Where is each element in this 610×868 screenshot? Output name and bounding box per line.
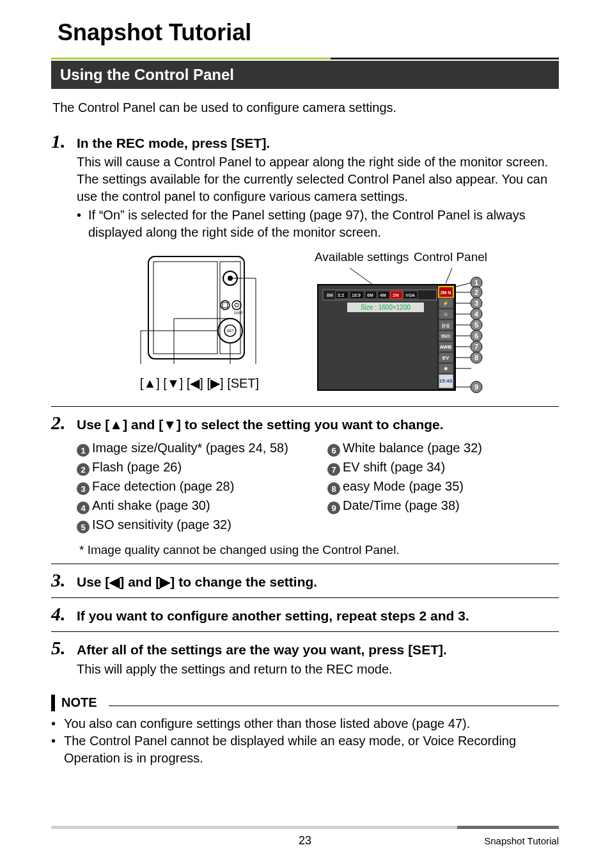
svg-text:15:43: 15:43 [439,378,453,384]
step-body: This will apply the settings and return … [77,661,559,678]
step-bullet: •If “On” is selected for the Panel setti… [77,207,559,241]
camera-diagram: DISP SET [▲ [116,250,283,400]
page-number: 23 [299,834,311,848]
svg-text:6M: 6M [367,293,373,297]
svg-rect-23 [318,285,455,390]
step-number: 3. [51,569,69,591]
svg-text:5: 5 [474,321,478,329]
step-body: This will cause a Control Panel to appea… [77,154,559,205]
available-settings-label: Available settings [315,250,409,264]
svg-text:3:2: 3:2 [338,293,344,297]
step-number: 4. [51,603,69,625]
note-bar-icon [51,695,55,711]
step-number: 1. [51,130,69,152]
svg-text:DISP: DISP [234,311,243,315]
step-heading: Use [▲] and [▼] to select the setting yo… [77,416,444,434]
svg-text:EV: EV [442,355,450,361]
step-1: 1. In the REC mode, press [SET]. This wi… [51,130,559,400]
step-2: 2. Use [▲] and [▼] to select the setting… [51,412,559,556]
step-5: 5. After all of the settings are the way… [51,637,559,677]
svg-text:2M: 2M [393,293,399,297]
setting-item: Date/Time (page 38) [343,498,460,512]
svg-text:7: 7 [474,343,478,351]
footer-section: Snapshot Tutorial [484,835,559,846]
svg-line-22 [446,268,452,283]
settings-col-left: 1Image size/Quality* (pages 24, 58) 2Fla… [77,438,308,534]
svg-point-7 [232,301,241,310]
setting-item: ISO sensitivity (page 32) [92,517,231,532]
svg-rect-6 [223,303,228,308]
svg-text:3: 3 [474,299,478,307]
screen-diagram: Available settings Control Panel 8M [308,250,494,400]
section-header: Using the Control Panel [51,61,559,89]
step-4: 4. If you want to configure another sett… [51,603,559,625]
intro-text: The Control Panel can be used to configu… [52,99,559,116]
step-3: 3. Use [◀] and [▶] to change the setting… [51,569,559,591]
setting-item: Image size/Quality* (pages 24, 58) [92,441,288,455]
svg-text:VGA: VGA [405,293,415,297]
svg-line-58 [454,283,471,287]
step-heading: Use [◀] and [▶] to change the setting. [77,573,317,591]
svg-text:16:9: 16:9 [352,293,361,297]
svg-point-5 [221,301,230,310]
svg-text:⚡: ⚡ [442,300,449,306]
svg-point-8 [235,303,239,307]
svg-text:SET: SET [226,329,234,333]
setting-item: White balance (page 32) [343,441,482,455]
setting-item: easy Mode (page 35) [343,479,464,493]
svg-text:4: 4 [474,310,479,318]
setting-item: EV shift (page 34) [343,460,445,474]
svg-text:1: 1 [474,279,478,287]
screen-size-text: Size : 1600×1200 [361,304,411,311]
note-block: NOTE •You also can configure settings ot… [51,695,559,767]
step-bullet-text: If “On” is selected for the Panel settin… [88,207,559,241]
setting-item: Anti shake (page 30) [92,498,210,512]
svg-text:4M: 4M [380,293,386,297]
page-title: Snapshot Tutorial [58,19,559,46]
svg-text:6: 6 [474,332,478,340]
setting-item: Face detection (page 28) [92,479,234,493]
svg-text:☺: ☺ [443,312,448,317]
step-number: 5. [51,637,69,659]
svg-rect-1 [153,262,217,354]
svg-text:✳: ✳ [444,366,448,372]
key-label: [▲] [▼] [◀] [▶] [SET] [116,375,283,391]
footnote: * Image quality cannot be changed using … [79,543,559,557]
step-number: 2. [51,412,69,434]
accent-divider [51,58,559,59]
step-heading: In the REC mode, press [SET]. [77,134,270,152]
svg-text:AWB: AWB [440,344,452,350]
setting-item: Flash (page 26) [92,460,182,474]
note-title: NOTE [61,695,102,710]
page-footer: 23 Snapshot Tutorial [51,826,559,848]
step-heading: After all of the settings are the way yo… [77,641,447,659]
svg-text:9: 9 [474,383,478,391]
note-item: •You also can configure settings other t… [51,715,559,732]
control-panel-label: Control Panel [414,250,487,264]
svg-text:((•)): ((•)) [442,323,450,328]
note-item: •The Control Panel cannot be displayed w… [51,732,559,767]
step-heading: If you want to configure another setting… [77,607,469,625]
settings-col-right: 6White balance (page 32) 7EV shift (page… [327,438,559,534]
svg-text:8: 8 [474,354,478,361]
svg-text:8M: 8M [327,293,333,297]
svg-text:2M N: 2M N [441,290,451,295]
svg-text:ISO: ISO [441,333,450,339]
svg-line-20 [211,331,242,352]
svg-text:2: 2 [474,288,478,296]
